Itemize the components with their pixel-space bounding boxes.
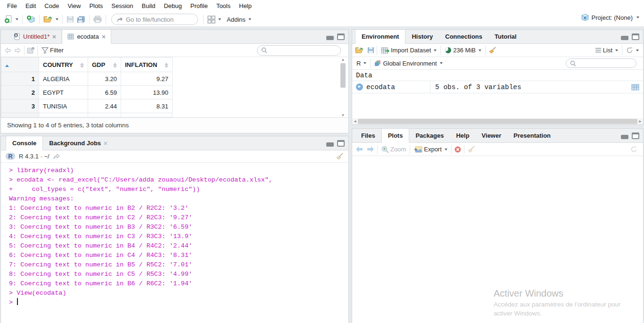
refresh-button[interactable]: [625, 46, 640, 55]
column-header-inflation[interactable]: INFLATION: [121, 58, 173, 72]
console-line: Warning messages:: [9, 194, 348, 204]
environment-scope-row: R Global Environment: [352, 57, 643, 70]
tab-ecodata[interactable]: ecodata: [62, 30, 111, 44]
shortcuts-button[interactable]: [206, 15, 223, 25]
menu-code[interactable]: Code: [40, 2, 63, 9]
menu-plots[interactable]: Plots: [85, 2, 107, 9]
clear-environment-broom-icon[interactable]: [488, 47, 496, 54]
scrollbar-thumb[interactable]: [340, 63, 346, 88]
minimize-icon[interactable]: [621, 36, 628, 40]
maximize-icon[interactable]: [632, 33, 639, 40]
menu-view[interactable]: View: [63, 2, 85, 9]
filter-funnel-icon: [41, 47, 49, 54]
menu-tools[interactable]: Tools: [212, 2, 235, 9]
maximize-icon[interactable]: [632, 133, 639, 139]
console-output[interactable]: > library(readxl)> ecodata <- read_excel…: [1, 163, 348, 307]
tab-help[interactable]: Help: [450, 129, 475, 142]
object-summary: 5 obs. of 3 variables: [435, 83, 521, 91]
tab-viewer[interactable]: Viewer: [476, 129, 508, 142]
close-icon[interactable]: [104, 141, 107, 145]
list-view-button[interactable]: List: [594, 46, 619, 55]
maximize-icon[interactable]: [337, 33, 345, 40]
scrollbar-thumb[interactable]: [358, 119, 637, 124]
tab-plots[interactable]: Plots: [381, 129, 410, 143]
column-header-gdp[interactable]: GDP: [88, 58, 121, 72]
language-selector[interactable]: R: [355, 59, 368, 68]
console-prompt-line[interactable]: >: [9, 298, 348, 307]
zoom-plot-button[interactable]: Zoom: [380, 145, 407, 154]
popout-window-icon[interactable]: [27, 47, 35, 54]
goto-file-input[interactable]: Go to file/function: [111, 14, 198, 25]
menu-build[interactable]: Build: [138, 2, 160, 9]
tab-packages[interactable]: Packages: [409, 129, 450, 142]
load-workspace-icon[interactable]: [355, 47, 364, 54]
scroll-up-icon[interactable]: ▲: [340, 58, 346, 62]
clear-console-broom-icon[interactable]: [335, 153, 344, 160]
maximize-icon[interactable]: [337, 140, 345, 147]
tab-tutorial[interactable]: Tutorial: [488, 30, 523, 43]
new-project-button[interactable]: [25, 14, 37, 25]
data-search-input[interactable]: [257, 45, 341, 56]
refresh-plot-icon[interactable]: [630, 146, 637, 153]
toolbar-separator: [37, 46, 38, 55]
save-button[interactable]: [65, 15, 75, 24]
menu-help[interactable]: Help: [235, 2, 256, 9]
tab-connections[interactable]: Connections: [439, 30, 488, 43]
environment-search-input[interactable]: [566, 58, 636, 68]
new-file-button[interactable]: [3, 14, 20, 25]
tab-console[interactable]: Console: [6, 136, 43, 150]
scroll-left-icon[interactable]: ◄: [352, 119, 358, 124]
open-in-window-icon[interactable]: [53, 154, 60, 159]
tab-label: Untitled1*: [23, 33, 50, 40]
tab-history[interactable]: History: [405, 30, 439, 43]
forward-arrow-icon[interactable]: [14, 47, 22, 54]
previous-plot-icon[interactable]: [355, 146, 363, 153]
addins-button[interactable]: Addins: [225, 15, 253, 24]
close-icon[interactable]: [52, 35, 56, 39]
menu-file[interactable]: File: [3, 2, 21, 9]
expand-object-icon[interactable]: ▶: [356, 83, 363, 91]
next-plot-icon[interactable]: [366, 146, 375, 153]
print-button[interactable]: [92, 15, 103, 24]
menu-session[interactable]: Session: [107, 2, 137, 9]
minimize-icon[interactable]: [326, 36, 334, 40]
scope-selector[interactable]: Global Environment: [373, 59, 444, 68]
table-row[interactable]: 3 TUNISIA 2.44 8.31: [1, 99, 173, 113]
table-row[interactable]: 2 EGYPT 6.59 13.90: [1, 86, 173, 99]
environment-object-row[interactable]: ▶ ecodata 5 obs. of 3 variables: [352, 81, 643, 93]
remove-plot-icon[interactable]: [454, 146, 462, 153]
view-data-grid-icon[interactable]: [631, 84, 639, 91]
filter-button[interactable]: Filter: [40, 46, 65, 55]
open-file-button[interactable]: [42, 15, 60, 24]
tab-files[interactable]: Files: [355, 129, 381, 142]
memory-usage-label: 236 MiB: [453, 47, 476, 54]
tab-untitled1[interactable]: R Untitled1*: [8, 30, 62, 43]
export-plot-button[interactable]: Export: [413, 145, 449, 154]
menu-edit[interactable]: Edit: [21, 2, 40, 9]
menu-debug[interactable]: Debug: [159, 2, 186, 9]
scroll-right-icon[interactable]: ►: [637, 119, 643, 124]
toolbar-separator: [62, 15, 63, 24]
back-arrow-icon[interactable]: [4, 47, 12, 54]
memory-usage-button[interactable]: 236 MiB: [443, 46, 483, 55]
clear-plots-broom-icon[interactable]: [467, 146, 475, 153]
minimize-icon[interactable]: [621, 135, 628, 139]
column-header-country[interactable]: COUNTRY: [39, 58, 88, 72]
minimize-icon[interactable]: [326, 142, 334, 147]
save-all-button[interactable]: [75, 15, 87, 25]
tab-presentation[interactable]: Presentation: [507, 129, 557, 142]
tab-background-jobs[interactable]: Background Jobs: [43, 136, 114, 150]
menu-profile[interactable]: Profile: [186, 2, 212, 9]
import-dataset-button[interactable]: Import Dataset: [380, 46, 438, 55]
tab-environment[interactable]: Environment: [355, 30, 405, 44]
table-row[interactable]: 1 ALGERIA 3.20 9.27: [1, 72, 173, 86]
environment-horizontal-scrollbar[interactable]: ◄ ►: [352, 118, 643, 124]
rownum-header[interactable]: [1, 58, 39, 72]
save-workspace-icon[interactable]: [367, 47, 374, 54]
console-window-buttons: [326, 140, 345, 147]
close-icon[interactable]: [102, 35, 106, 39]
sort-icons: [165, 63, 168, 68]
top-chrome: File Edit Code View Plots Session Build …: [0, 0, 644, 27]
project-button[interactable]: R Project: (None): [581, 13, 639, 22]
table-vertical-scrollbar[interactable]: ▲ ▼: [340, 58, 346, 118]
